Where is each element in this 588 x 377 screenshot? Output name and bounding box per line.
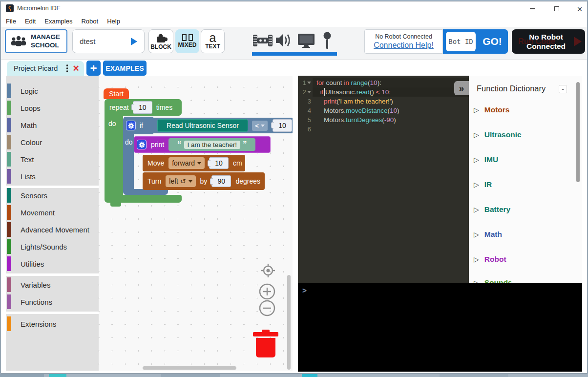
print-gear-icon[interactable] (137, 140, 147, 149)
turn-block[interactable]: Turn left ↺ by 90 degrees (143, 172, 265, 190)
comparison-value-field[interactable]: 10 (273, 119, 292, 132)
palette-lights-sounds[interactable]: Lights/Sounds (6, 239, 99, 254)
connection-help-link[interactable]: Connection Help! (374, 41, 434, 50)
string-text-field[interactable]: I am the teacher! (184, 141, 240, 149)
code-line[interactable]: 1for count in range(10): (298, 78, 469, 87)
code-line[interactable]: 5 Motors.turnDegrees(-90) (298, 115, 469, 125)
palette-utilities[interactable]: Utilities (6, 256, 99, 271)
menu-help[interactable]: Help (107, 18, 120, 25)
tab-menu-icon[interactable] (66, 64, 68, 72)
tab-close-button[interactable]: × (73, 63, 79, 74)
collapse-dictionary-button[interactable]: » (454, 81, 469, 95)
if-gear-icon[interactable] (126, 121, 136, 130)
maximize-button[interactable] (549, 3, 564, 14)
expand-triangle-icon[interactable]: ▷ (474, 230, 479, 238)
manage-school-button[interactable]: MANAGESCHOOL (5, 29, 67, 53)
minimize-button[interactable] (525, 3, 540, 14)
expand-triangle-icon[interactable]: ▷ (474, 206, 479, 213)
text-string-block[interactable]: “ I am the teacher! ” (168, 138, 255, 151)
turn-degrees-field[interactable]: 90 (211, 175, 231, 187)
examples-button[interactable]: EXAMPLES (103, 61, 147, 76)
robot-icon[interactable] (253, 33, 273, 48)
palette-logic[interactable]: Logic (6, 84, 99, 98)
palette-loops[interactable]: Loops (6, 101, 99, 115)
turn-direction-dropdown[interactable]: left ↺ (166, 175, 195, 187)
expand-triangle-icon[interactable]: ▷ (474, 156, 479, 164)
repeat-block-header[interactable]: repeat 10 times (105, 99, 182, 116)
dict-item-ultrasonic[interactable]: ▷Ultrasonic (474, 130, 522, 139)
workspace-horizontal-scrollbar[interactable] (143, 366, 236, 370)
add-tab-button[interactable]: + (86, 61, 101, 76)
palette-movement[interactable]: Movement (6, 205, 99, 220)
zoom-out-button[interactable] (259, 300, 275, 316)
dict-item-robot[interactable]: ▷Robot (474, 255, 506, 264)
fold-caret-icon[interactable] (307, 91, 311, 93)
go-button[interactable]: GO! (478, 29, 506, 54)
mode-block-button[interactable]: BLOCK (148, 29, 173, 53)
palette-colour[interactable]: Colour (6, 135, 99, 149)
palette-variables[interactable]: Variables (6, 277, 99, 292)
pin-light-icon[interactable] (323, 32, 332, 49)
ultrasonic-sensor-block[interactable]: Read Ultrasonic Sensor (157, 119, 248, 132)
menu-examples[interactable]: Examples (44, 18, 72, 25)
palette-colour-label: Colour (21, 138, 42, 147)
mode-text-button[interactable]: a TEXT (201, 29, 225, 53)
console-panel[interactable]: > (298, 283, 582, 372)
move-block[interactable]: Move forward 10 cm (143, 155, 245, 171)
palette-lists[interactable]: Lists (6, 169, 99, 184)
comparison-block[interactable]: Read Ultrasonic Sensor < 10 (150, 118, 293, 133)
code-line[interactable]: 4 Motors.moveDistance(10) (298, 106, 469, 115)
expand-triangle-icon[interactable]: ▷ (474, 131, 479, 139)
palette-functions[interactable]: Functions (6, 294, 99, 309)
dict-item-battery[interactable]: ▷Battery (474, 205, 510, 214)
screen-icon[interactable] (297, 33, 315, 48)
run-code-button[interactable]: Run Code No Robot Connected (512, 29, 585, 54)
expand-triangle-icon[interactable]: ▷ (474, 181, 479, 188)
trash-icon[interactable] (253, 332, 278, 336)
move-direction-dropdown[interactable]: forward (168, 157, 205, 169)
code-editor[interactable]: 1for count in range(10): 2 if Ultrasonic… (298, 76, 469, 283)
fold-caret-icon[interactable] (307, 82, 311, 84)
palette-sensors[interactable]: Sensors (6, 188, 99, 203)
workspace-vertical-scrollbar[interactable] (287, 275, 291, 370)
dict-item-imu[interactable]: ▷IMU (474, 155, 498, 164)
palette-advanced-movement-label: Advanced Movement (21, 226, 89, 234)
panel-splitter[interactable] (293, 76, 298, 371)
tab-project-picard[interactable]: Project Picard × (7, 61, 84, 76)
palette-extensions[interactable]: Extensions (6, 316, 99, 331)
bot-id-input[interactable]: Bot ID (446, 32, 476, 51)
dict-item-ir[interactable]: ▷IR (474, 180, 492, 189)
dict-item-motors[interactable]: ▷Motors (474, 105, 509, 114)
recenter-button[interactable] (261, 263, 275, 278)
expand-triangle-icon[interactable]: ▷ (474, 255, 479, 263)
palette-text[interactable]: Text (6, 152, 99, 167)
text-color-bar (7, 152, 11, 167)
menu-edit[interactable]: Edit (25, 18, 36, 25)
repeat-count-field[interactable]: 10 (133, 101, 152, 114)
code-line[interactable]: 6 (298, 125, 469, 134)
zoom-in-button[interactable] (259, 283, 275, 300)
code-line[interactable]: 3 print('I am the teacher!') (298, 97, 469, 106)
start-block[interactable]: Start (104, 88, 129, 99)
expand-triangle-icon[interactable]: ▷ (474, 106, 479, 114)
speaker-icon[interactable] (275, 32, 291, 48)
dict-item-math[interactable]: ▷Math (474, 230, 502, 239)
function-dictionary-title: Function Dictionary (477, 84, 546, 93)
move-distance-field[interactable]: 10 (209, 157, 229, 169)
project-select[interactable]: dtest (72, 29, 145, 53)
dictionary-scrollbar[interactable] (576, 82, 580, 182)
code-line[interactable]: 2 if Ultrasonic.read() < 10: (298, 87, 469, 97)
palette-advanced-movement[interactable]: Advanced Movement (6, 222, 99, 237)
comparison-operator-dropdown[interactable]: < (252, 121, 268, 131)
palette-math[interactable]: Math (6, 118, 99, 132)
print-block[interactable]: print “ I am the teacher! ” (134, 136, 271, 153)
palette-utilities-label: Utilities (21, 260, 44, 268)
dictionary-minimize-button[interactable]: - (559, 85, 567, 93)
if-block-header[interactable]: if (123, 117, 153, 134)
trash-icon[interactable] (256, 338, 275, 357)
menu-robot[interactable]: Robot (81, 18, 98, 25)
mode-mixed-button[interactable]: MIXED (175, 29, 199, 53)
block-workspace[interactable]: Start repeat 10 times do if do Read Ultr… (99, 76, 293, 371)
close-button[interactable]: × (572, 3, 587, 14)
menu-file[interactable]: File (6, 18, 16, 25)
